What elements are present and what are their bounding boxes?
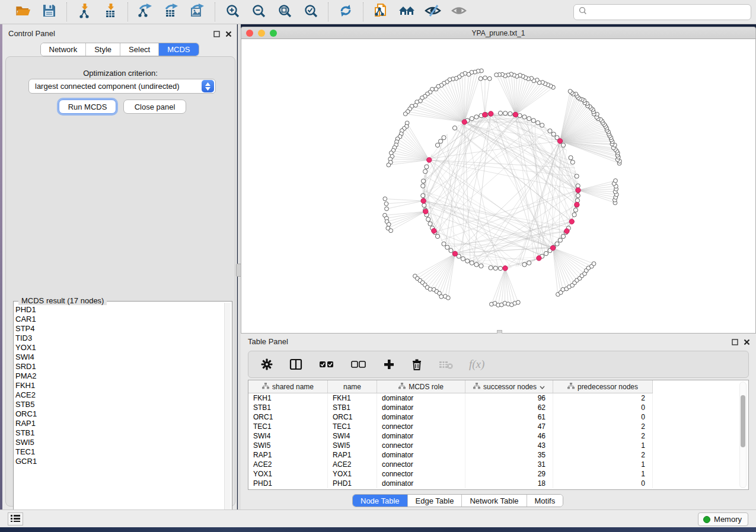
hide-selected-eye-button[interactable] <box>422 2 444 21</box>
show-hidden-eye-button[interactable] <box>448 2 470 21</box>
sort-chevron-icon <box>540 383 545 391</box>
table-header-row: shared namenameMCDS rolesuccessor nodesp… <box>248 380 653 393</box>
close-panel-icon[interactable] <box>225 29 232 40</box>
desktop-wallpaper-bottom <box>0 527 756 532</box>
tab-network[interactable]: Network <box>40 43 86 56</box>
table-row[interactable]: RAP1RAP1dominator352 <box>248 450 653 460</box>
column-header-name[interactable]: name <box>328 380 377 393</box>
mcds-result-item[interactable]: ACE2 <box>15 390 224 400</box>
refresh-layout-button[interactable] <box>334 2 357 21</box>
tab-edge-table[interactable]: Edge Table <box>408 495 462 507</box>
table-row[interactable]: PHD1PHD1dominator180 <box>248 479 653 488</box>
mcds-result-item[interactable]: SRD1 <box>15 362 224 371</box>
table-row[interactable]: SWI5SWI5connector431 <box>248 441 653 450</box>
dropdown-selected-value: largest connected component (undirected) <box>29 82 202 91</box>
search-input[interactable] <box>588 8 747 17</box>
save-session-button[interactable] <box>38 2 60 21</box>
mcds-result-title: MCDS result (17 nodes) <box>18 296 107 305</box>
mcds-result-item[interactable]: CAR1 <box>15 315 224 324</box>
mcds-result-item[interactable]: PHD1 <box>15 305 224 315</box>
tab-network-table[interactable]: Network Table <box>462 495 527 507</box>
table-row[interactable]: YOX1YOX1connector291 <box>248 469 653 479</box>
table-body: FKH1FKH1dominator962STB1STB1dominator620… <box>248 393 653 488</box>
import-network-button[interactable] <box>73 2 95 21</box>
close-table-panel-icon[interactable] <box>744 337 750 348</box>
optimization-criterion-dropdown[interactable]: largest connected component (undirected) <box>28 79 216 94</box>
float-table-panel-icon[interactable] <box>732 337 738 348</box>
mcds-result-item[interactable]: GCR1 <box>15 457 224 466</box>
import-table-button[interactable] <box>99 2 122 21</box>
share-network-file-button[interactable] <box>369 2 392 21</box>
table-panel: Table Panel f(x) shared namenameMCDS rol… <box>241 334 756 509</box>
export-network-button[interactable] <box>134 2 157 21</box>
mcds-result-item[interactable]: RAP1 <box>15 419 224 428</box>
mcds-result-item[interactable]: TEC1 <box>15 447 224 457</box>
mcds-result-item[interactable]: PMA2 <box>15 371 224 381</box>
table-scrollbar[interactable] <box>739 382 747 488</box>
table-row[interactable]: TEC1TEC1connector472 <box>248 422 653 431</box>
zoom-fit-icon <box>277 4 292 20</box>
mcds-list-scrollbar[interactable] <box>224 303 231 518</box>
table-scrollbar-thumb[interactable] <box>741 395 745 447</box>
neighbor-houses-button[interactable] <box>395 2 418 21</box>
mcds-result-item[interactable]: ORC1 <box>15 409 224 419</box>
column-header-predecessor-nodes[interactable]: predecessor nodes <box>553 380 653 393</box>
table-row[interactable]: STB1STB1dominator620 <box>248 403 653 412</box>
mcds-result-item[interactable]: STB5 <box>15 400 224 409</box>
mcds-result-list[interactable]: PHD1CAR1STP4TID3YOX1SWI4SRD1PMA2FKH1ACE2… <box>15 305 224 517</box>
tab-motifs[interactable]: Motifs <box>527 495 563 507</box>
mcds-result-item[interactable]: TID3 <box>15 334 224 343</box>
status-bar: Memory <box>0 509 756 527</box>
table-row[interactable]: FKH1FKH1dominator962 <box>248 393 653 403</box>
table-cell: FKH1 <box>248 393 328 403</box>
memory-button[interactable]: Memory <box>698 512 748 526</box>
mcds-result-item[interactable]: STB1 <box>15 428 224 438</box>
mcds-result-item[interactable]: STP4 <box>15 324 224 334</box>
tab-node-table[interactable]: Node Table <box>353 495 408 507</box>
table-cell: dominator <box>377 393 465 403</box>
run-mcds-button[interactable]: Run MCDS <box>59 100 116 114</box>
column-label: shared name <box>272 383 314 391</box>
tab-mcds[interactable]: MCDS <box>159 43 198 56</box>
table-cell: 2 <box>553 393 653 403</box>
show-columns-icon[interactable] <box>289 355 303 373</box>
close-panel-button[interactable]: Close panel <box>123 100 186 114</box>
tab-style[interactable]: Style <box>86 43 120 56</box>
column-label: MCDS role <box>409 383 444 391</box>
column-header-MCDS-role[interactable]: MCDS role <box>377 380 465 393</box>
table-cell: 29 <box>465 469 553 479</box>
table-row[interactable]: ORC1ORC1dominator610 <box>248 412 653 422</box>
zoom-selected-button[interactable] <box>299 2 322 21</box>
mcds-result-item[interactable]: YOX1 <box>15 343 224 352</box>
float-panel-icon[interactable] <box>213 29 220 40</box>
zoom-fit-button[interactable] <box>273 2 296 21</box>
zoom-out-button[interactable] <box>247 2 270 21</box>
column-header-shared-name[interactable]: shared name <box>248 380 328 393</box>
settings-gear-icon[interactable] <box>260 355 273 373</box>
select-all-checkboxes-icon[interactable] <box>318 355 335 373</box>
add-row-icon[interactable] <box>382 355 395 373</box>
mcds-result-item[interactable]: FKH1 <box>15 381 224 390</box>
mcds-result-item[interactable]: SWI4 <box>15 352 224 362</box>
export-image-button[interactable] <box>186 2 209 21</box>
table-cell: RAP1 <box>248 450 328 460</box>
network-graph[interactable] <box>241 39 755 332</box>
open-file-button[interactable] <box>12 2 34 21</box>
zoom-in-button[interactable] <box>221 2 244 21</box>
deselect-all-checkboxes-icon[interactable] <box>350 355 367 373</box>
mcds-result-item[interactable]: SWI5 <box>15 438 224 447</box>
column-header-successor-nodes[interactable]: successor nodes <box>465 380 553 393</box>
table-row[interactable]: SWI4SWI4dominator462 <box>248 431 653 441</box>
table-cell: TEC1 <box>248 422 328 431</box>
network-view-canvas[interactable] <box>241 39 756 334</box>
delete-row-icon[interactable] <box>411 355 423 373</box>
table-cell: 1 <box>553 469 653 479</box>
network-window-titlebar[interactable]: YPA_prune.txt_1 <box>241 27 756 39</box>
table-cell: connector <box>377 422 465 431</box>
tab-select[interactable]: Select <box>120 43 159 56</box>
export-table-button[interactable] <box>160 2 183 21</box>
open-file-icon <box>15 3 31 21</box>
table-row[interactable]: ACE2ACE2connector311 <box>248 460 653 469</box>
task-history-button[interactable] <box>8 512 23 525</box>
search-box[interactable] <box>573 4 751 20</box>
